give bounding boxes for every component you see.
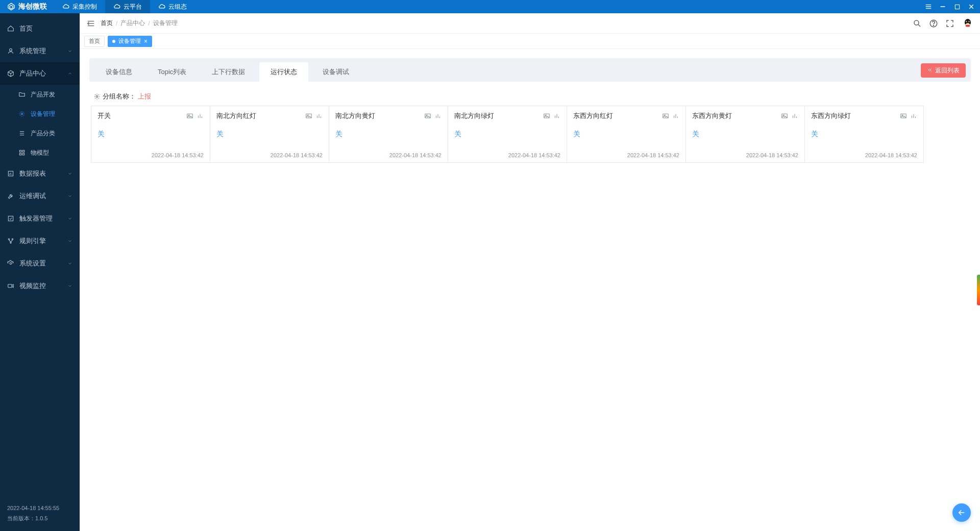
svg-point-45 bbox=[969, 21, 969, 21]
card-timestamp: 2022-04-18 14:53:42 bbox=[454, 152, 560, 158]
sidebar-item-5[interactable]: 触发器管理 bbox=[0, 207, 80, 230]
tab-close-icon[interactable]: × bbox=[144, 38, 148, 45]
sidebar-item-1[interactable]: 系统管理 bbox=[0, 40, 80, 62]
card-image-icon[interactable] bbox=[900, 112, 907, 119]
svg-point-25 bbox=[12, 238, 13, 239]
qq-icon[interactable] bbox=[962, 17, 974, 30]
card-title: 开关 bbox=[97, 111, 111, 120]
status-card-4: 东西方向红灯关2022-04-18 14:53:42 bbox=[567, 106, 686, 163]
svg-rect-4 bbox=[955, 5, 959, 9]
topnav-label: 采集控制 bbox=[72, 3, 97, 11]
sidebar-item-7[interactable]: 系统设置 bbox=[0, 252, 80, 275]
sidebar-collapse-button[interactable] bbox=[86, 19, 95, 28]
card-chart-icon[interactable] bbox=[315, 112, 323, 119]
svg-rect-23 bbox=[8, 216, 13, 221]
panel-tab-4[interactable]: 设备调试 bbox=[311, 62, 360, 82]
svg-point-44 bbox=[966, 21, 967, 21]
card-icons bbox=[662, 112, 679, 119]
main-header: 首页/产品中心/设备管理 bbox=[80, 13, 980, 34]
panel-tabs: 设备信息Topic列表上下行数据运行状态设备调试返回列表 bbox=[89, 58, 971, 82]
card-chart-icon[interactable] bbox=[434, 112, 442, 119]
sidebar-item-4[interactable]: 运维调试 bbox=[0, 185, 80, 207]
card-title: 东西方向红灯 bbox=[573, 111, 613, 120]
card-value: 关 bbox=[335, 130, 442, 139]
group-label: 分组名称： 上报 bbox=[93, 92, 969, 101]
sidebar-subitem-2-1[interactable]: 设备管理 bbox=[0, 104, 80, 124]
panel-tab-1[interactable]: Topic列表 bbox=[146, 62, 198, 82]
card-chart-icon[interactable] bbox=[672, 112, 679, 119]
sidebar-menu: 首页系统管理产品中心产品开发设备管理产品分类物模型数据报表运维调试触发器管理规则… bbox=[0, 13, 80, 498]
sidebar-subitem-2-2[interactable]: 产品分类 bbox=[0, 124, 80, 143]
svg-point-38 bbox=[933, 25, 934, 26]
window-minimize-button[interactable] bbox=[939, 3, 946, 10]
sidebar-subitem-2-3[interactable]: 物模型 bbox=[0, 143, 80, 162]
page-tabs: 首页设备管理× bbox=[80, 34, 980, 49]
sidebar-item-2[interactable]: 产品中心 bbox=[0, 62, 80, 85]
sidebar-item-8[interactable]: 视频监控 bbox=[0, 275, 80, 297]
topnav-item-1[interactable]: 云平台 bbox=[105, 0, 150, 13]
sidebar-subitem-2-0[interactable]: 产品开发 bbox=[0, 85, 80, 104]
titlebar: 海创微联 采集控制云平台云组态 bbox=[0, 0, 980, 13]
content: 设备信息Topic列表上下行数据运行状态设备调试返回列表 分组名称： 上报 开关… bbox=[80, 49, 980, 531]
card-title: 南北方向黄灯 bbox=[335, 111, 375, 120]
panel-tab-2[interactable]: 上下行数据 bbox=[201, 62, 256, 82]
main: 首页/产品中心/设备管理 首页设备管理× 设备信息Topic列表上下行数据运行状… bbox=[80, 13, 980, 531]
page-tab-1[interactable]: 设备管理× bbox=[108, 36, 152, 47]
edge-handle[interactable] bbox=[977, 275, 980, 305]
svg-line-9 bbox=[11, 72, 13, 74]
group-icon bbox=[93, 93, 101, 100]
panel-tab-0[interactable]: 设备信息 bbox=[94, 62, 143, 82]
header-actions bbox=[913, 17, 974, 30]
brand: 海创微联 bbox=[0, 2, 54, 11]
svg-line-27 bbox=[9, 240, 11, 243]
card-timestamp: 2022-04-18 14:53:42 bbox=[97, 152, 204, 158]
sidebar-item-0[interactable]: 首页 bbox=[0, 17, 80, 40]
card-image-icon[interactable] bbox=[662, 112, 669, 119]
breadcrumb-item-0[interactable]: 首页 bbox=[101, 19, 113, 28]
window-close-button[interactable] bbox=[968, 3, 975, 10]
svg-line-36 bbox=[918, 25, 920, 27]
card-chart-icon[interactable] bbox=[197, 112, 204, 119]
card-timestamp: 2022-04-18 14:53:42 bbox=[335, 152, 442, 158]
page-tab-0[interactable]: 首页 bbox=[84, 36, 105, 47]
svg-point-24 bbox=[8, 238, 9, 239]
svg-rect-18 bbox=[22, 153, 24, 155]
window-maximize-button[interactable] bbox=[953, 3, 961, 10]
card-image-icon[interactable] bbox=[305, 112, 312, 119]
fullscreen-icon[interactable] bbox=[945, 19, 954, 28]
card-icons bbox=[305, 112, 323, 119]
sidebar-item-6[interactable]: 规则引擎 bbox=[0, 230, 80, 252]
status-card-6: 东西方向绿灯关2022-04-18 14:53:42 bbox=[804, 106, 924, 163]
card-image-icon[interactable] bbox=[781, 112, 788, 119]
sidebar-item-label: 首页 bbox=[19, 24, 33, 33]
card-title: 东西方向绿灯 bbox=[811, 111, 851, 120]
card-image-icon[interactable] bbox=[424, 112, 431, 119]
sidebar-item-label: 运维调试 bbox=[19, 191, 46, 201]
sidebar-item-3[interactable]: 数据报表 bbox=[0, 162, 80, 185]
group-label-text: 分组名称： bbox=[103, 92, 136, 101]
help-icon[interactable] bbox=[929, 19, 938, 28]
topnav-item-2[interactable]: 云组态 bbox=[150, 0, 195, 13]
card-chart-icon[interactable] bbox=[791, 112, 798, 119]
window-menu-button[interactable] bbox=[925, 3, 932, 10]
card-image-icon[interactable] bbox=[186, 112, 193, 119]
card-value: 关 bbox=[97, 130, 204, 139]
window-controls bbox=[920, 3, 980, 10]
back-to-list-button[interactable]: 返回列表 bbox=[921, 63, 966, 78]
panel-tab-3[interactable]: 运行状态 bbox=[259, 62, 308, 82]
floating-back-button[interactable] bbox=[952, 503, 971, 522]
topnav-item-0[interactable]: 采集控制 bbox=[54, 0, 105, 13]
card-chart-icon[interactable] bbox=[553, 112, 560, 119]
sidebar-item-label: 触发器管理 bbox=[19, 214, 53, 223]
card-value: 关 bbox=[692, 130, 798, 139]
svg-point-11 bbox=[21, 113, 23, 115]
sidebar-time: 2022-04-18 14:55:55 bbox=[7, 503, 72, 514]
card-title: 南北方向红灯 bbox=[216, 111, 256, 120]
svg-point-46 bbox=[96, 95, 98, 98]
card-image-icon[interactable] bbox=[543, 112, 550, 119]
card-icons bbox=[781, 112, 798, 119]
svg-point-7 bbox=[10, 49, 12, 51]
card-chart-icon[interactable] bbox=[910, 112, 917, 119]
sidebar-subitem-label: 产品开发 bbox=[31, 90, 55, 99]
search-icon[interactable] bbox=[913, 19, 922, 28]
